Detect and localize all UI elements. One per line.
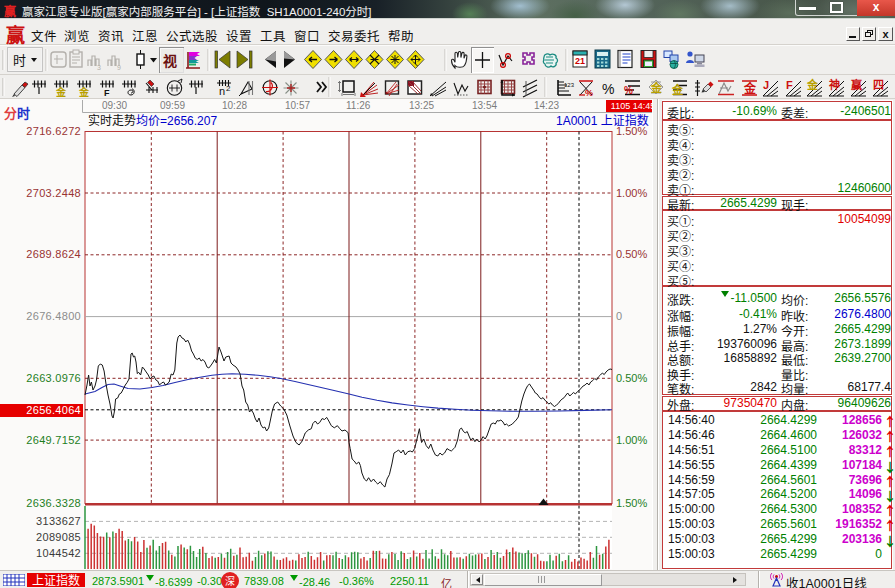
svg-text:J: J (763, 79, 769, 91)
svg-text:21: 21 (575, 56, 585, 66)
svg-text:F: F (786, 79, 793, 91)
svg-text:%: % (624, 85, 633, 96)
svg-text:%: % (585, 88, 593, 98)
svg-text:赢: 赢 (851, 76, 862, 92)
svg-text:2: 2 (226, 84, 231, 93)
svg-text:123: 123 (564, 82, 575, 88)
svg-text:金: 金 (743, 79, 757, 96)
svg-text:9: 9 (117, 64, 121, 71)
svg-text:时: 时 (13, 50, 26, 69)
svg-text:3: 3 (97, 64, 101, 71)
svg-text:n: n (219, 85, 225, 97)
svg-text:金: 金 (55, 84, 67, 99)
svg-text:金: 金 (650, 79, 663, 95)
svg-text:金: 金 (78, 84, 90, 99)
svg-text:神: 神 (829, 76, 840, 92)
svg-text:金: 金 (806, 76, 819, 92)
svg-text:%: % (602, 81, 614, 97)
svg-text:视: 视 (163, 50, 177, 70)
svg-text:四: 四 (873, 76, 884, 92)
svg-text:F: F (104, 88, 110, 98)
svg-text:金: 金 (671, 81, 684, 97)
